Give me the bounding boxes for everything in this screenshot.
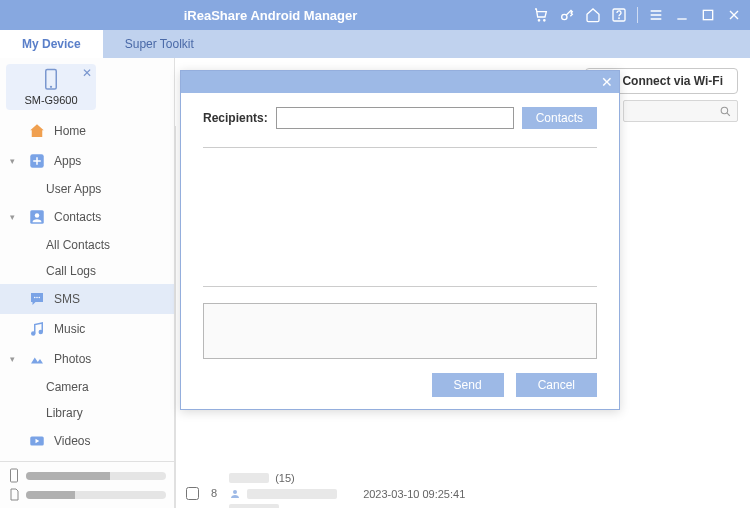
nav-all-contacts[interactable]: All Contacts: [0, 232, 174, 258]
contacts-icon: [28, 208, 46, 226]
device-name: SM-G9600: [24, 94, 77, 106]
chevron-down-icon[interactable]: ▾: [10, 156, 20, 166]
nav-label: Contacts: [54, 210, 101, 224]
svg-point-1: [544, 20, 545, 21]
svg-point-2: [562, 14, 567, 19]
separator: [637, 7, 638, 23]
videos-icon: [28, 432, 46, 450]
message-preview: [203, 158, 597, 286]
nav-user-apps[interactable]: User Apps: [0, 176, 174, 202]
sd-icon: [8, 488, 20, 502]
recipients-label: Recipients:: [203, 111, 268, 125]
svg-point-13: [39, 297, 41, 299]
cart-icon[interactable]: [533, 7, 549, 23]
nav-tree: Home ▾ Apps User Apps ▾ Contacts All Con…: [0, 116, 174, 461]
chevron-down-icon[interactable]: ▾: [10, 354, 20, 364]
nav-label: All Contacts: [46, 238, 110, 252]
nav-label: Photos: [54, 352, 91, 366]
nav-label: SMS: [54, 292, 80, 306]
search-input[interactable]: [623, 100, 738, 122]
svg-point-20: [233, 490, 237, 494]
search-icon: [719, 105, 732, 118]
sidebar: ✕ SM-G9600 Home ▾ Apps User Apps ▾ Conta…: [0, 58, 175, 508]
svg-rect-5: [703, 10, 712, 19]
storage-internal: [8, 468, 166, 484]
apps-icon: [28, 152, 46, 170]
nav-label: User Apps: [46, 182, 101, 196]
compose-sms-dialog: ✕ Recipients: Contacts Send Cancel: [180, 70, 620, 410]
contacts-button[interactable]: Contacts: [522, 107, 597, 129]
phone-small-icon: [8, 468, 20, 484]
nav-label: Library: [46, 406, 83, 420]
nav-label: Music: [54, 322, 85, 336]
svg-point-4: [619, 18, 620, 19]
storage-sd: [8, 488, 166, 502]
svg-point-19: [721, 107, 728, 114]
wifi-button-label: Connect via Wi-Fi: [622, 74, 723, 88]
phone-icon: [42, 68, 60, 92]
storage-bar-area: [0, 461, 174, 508]
minimize-icon[interactable]: [674, 7, 690, 23]
nav-camera[interactable]: Camera: [0, 374, 174, 400]
send-button[interactable]: Send: [432, 373, 504, 397]
nav-label: Videos: [54, 434, 90, 448]
cancel-button[interactable]: Cancel: [516, 373, 597, 397]
menu-icon[interactable]: [648, 7, 664, 23]
row-checkbox[interactable]: [186, 487, 199, 500]
svg-point-14: [32, 332, 35, 335]
row-date: 2023-03-10 09:25:41: [363, 488, 465, 500]
nav-sms[interactable]: SMS: [0, 284, 174, 314]
nav-music[interactable]: Music: [0, 314, 174, 344]
row-count: (15): [275, 472, 295, 484]
message-textarea[interactable]: [203, 303, 597, 359]
divider: [203, 147, 597, 148]
app-title: iReaShare Android Manager: [8, 8, 533, 23]
tab-super-toolkit[interactable]: Super Toolkit: [103, 30, 216, 58]
svg-rect-17: [11, 469, 18, 482]
key-icon[interactable]: [559, 7, 575, 23]
photos-icon: [28, 350, 46, 368]
nav-label: Home: [54, 124, 86, 138]
nav-label: Call Logs: [46, 264, 96, 278]
home-icon[interactable]: [585, 7, 601, 23]
svg-point-0: [538, 20, 539, 21]
chevron-down-icon[interactable]: ▾: [10, 212, 20, 222]
titlebar-controls: [533, 7, 742, 23]
nav-call-logs[interactable]: Call Logs: [0, 258, 174, 284]
device-chip[interactable]: ✕ SM-G9600: [6, 64, 96, 110]
svg-point-7: [50, 86, 52, 88]
divider: [203, 286, 597, 287]
music-icon: [28, 320, 46, 338]
maximize-icon[interactable]: [700, 7, 716, 23]
nav-photos[interactable]: ▾ Photos: [0, 344, 174, 374]
row-number: 8: [211, 487, 217, 499]
nav-apps[interactable]: ▾ Apps: [0, 146, 174, 176]
tabbar: My Device Super Toolkit: [0, 30, 750, 58]
nav-videos[interactable]: Videos: [0, 426, 174, 456]
svg-point-10: [35, 213, 40, 218]
dialog-titlebar[interactable]: ✕: [181, 71, 619, 93]
help-icon[interactable]: [611, 7, 627, 23]
dialog-close-icon[interactable]: ✕: [601, 74, 613, 90]
tab-my-device[interactable]: My Device: [0, 30, 103, 58]
titlebar: iReaShare Android Manager: [0, 0, 750, 30]
nav-home[interactable]: Home: [0, 116, 174, 146]
list-row[interactable]: 8 (15) 2023-03-10 09:25:41: [176, 466, 738, 508]
svg-point-15: [39, 331, 42, 334]
close-icon[interactable]: [726, 7, 742, 23]
svg-point-12: [36, 297, 38, 299]
svg-point-11: [34, 297, 36, 299]
recipients-input[interactable]: [276, 107, 514, 129]
home-nav-icon: [28, 122, 46, 140]
device-close-icon[interactable]: ✕: [82, 66, 92, 80]
nav-label: Apps: [54, 154, 81, 168]
sms-icon: [28, 290, 46, 308]
person-icon: [229, 488, 241, 500]
nav-contacts[interactable]: ▾ Contacts: [0, 202, 174, 232]
nav-label: Camera: [46, 380, 89, 394]
nav-library[interactable]: Library: [0, 400, 174, 426]
